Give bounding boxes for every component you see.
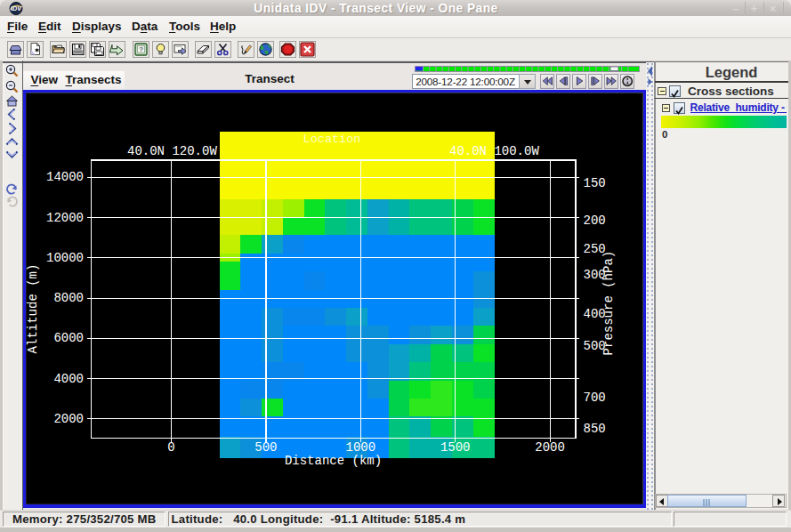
svg-text:1500: 1500 — [440, 440, 471, 455]
svg-text:12000: 12000 — [46, 211, 84, 225]
svg-text:14000: 14000 — [46, 170, 84, 184]
svg-text:500: 500 — [254, 440, 277, 455]
svg-text:40.0N 100.0W: 40.0N 100.0W — [449, 144, 539, 158]
svg-text:1000: 1000 — [345, 440, 375, 455]
svg-text:700: 700 — [584, 391, 606, 405]
svg-text:8000: 8000 — [53, 291, 84, 305]
svg-text:?: ? — [139, 45, 143, 53]
svg-text:Location: Location — [303, 133, 361, 146]
svg-text:200: 200 — [584, 214, 606, 228]
svg-text:40.0N 120.0W: 40.0N 120.0W — [127, 144, 217, 158]
svg-text:4000: 4000 — [53, 372, 84, 386]
svg-text:2000: 2000 — [535, 440, 565, 455]
svg-text:0: 0 — [167, 440, 174, 455]
svg-text:850: 850 — [584, 422, 606, 436]
svg-text:10000: 10000 — [46, 251, 84, 265]
svg-text:2000: 2000 — [53, 412, 84, 426]
svg-text:Distance (km): Distance (km) — [285, 454, 382, 468]
svg-text:150: 150 — [584, 176, 606, 190]
svg-text:Altitude (m): Altitude (m) — [26, 264, 40, 354]
svg-text:6000: 6000 — [53, 331, 84, 345]
svg-text:IDV: IDV — [11, 4, 22, 12]
svg-text:Pressure (hPa): Pressure (hPa) — [602, 251, 617, 356]
